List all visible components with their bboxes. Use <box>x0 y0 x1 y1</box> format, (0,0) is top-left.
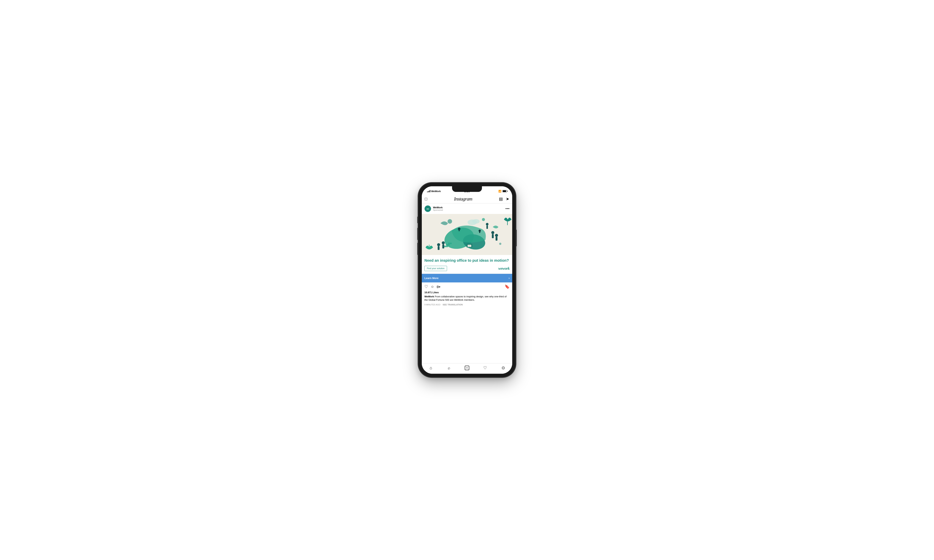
find-solution-button[interactable]: Find your solution <box>424 266 447 271</box>
svg-point-9 <box>491 231 494 234</box>
bookmark-icon[interactable]: 🔖 <box>504 284 510 289</box>
post-author: we WeWork Sponsored <box>424 205 443 212</box>
svg-point-15 <box>448 219 452 224</box>
mute-button <box>417 217 418 223</box>
svg-point-5 <box>437 243 440 246</box>
heart-icon[interactable]: ♡ <box>424 284 428 289</box>
power-button <box>516 229 517 246</box>
action-bar: ♡ ○ ⌲ 🔖 <box>422 282 512 290</box>
camera-icon[interactable]: □ <box>425 197 427 201</box>
volume-up-button <box>417 228 418 240</box>
notch <box>452 186 482 192</box>
svg-rect-23 <box>448 243 452 244</box>
phone-screen: WeWork 3:30 📶 □ Instagram ▤ ➤ <box>422 186 512 374</box>
nav-search[interactable]: ⌕ <box>440 363 458 372</box>
learn-more-label: Learn More <box>424 277 438 280</box>
wework-logo-text: wework <box>498 266 510 271</box>
author-info: WeWork Sponsored <box>433 206 443 211</box>
likes-count: 10.871 Likes <box>422 290 512 295</box>
svg-point-17 <box>499 243 501 245</box>
phone-mockup: WeWork 3:30 📶 □ Instagram ▤ ➤ <box>418 183 516 377</box>
caption-username: WeWork <box>424 295 434 298</box>
volume-down-button <box>417 243 418 255</box>
action-icons: ♡ ○ ⌲ 🔖 <box>424 284 510 289</box>
svg-rect-14 <box>429 245 430 249</box>
avatar: we <box>424 205 431 212</box>
nav-activity[interactable]: ♡ <box>476 363 494 372</box>
svg-point-16 <box>482 218 485 221</box>
post-caption: WeWork From collaborative spaces to insp… <box>422 295 512 303</box>
signal-bar-3 <box>429 191 430 192</box>
ad-text-area: Need an inspiring office to put ideas in… <box>422 255 512 274</box>
ad-bottom-row: Find your solution wework <box>424 266 510 271</box>
chevron-right-icon: › <box>509 277 510 280</box>
svg-point-28 <box>479 229 481 232</box>
carrier-label: WeWork <box>431 190 441 192</box>
svg-text:we: we <box>427 208 429 210</box>
status-right: 📶 <box>498 190 507 192</box>
comment-icon[interactable]: ○ <box>431 284 433 289</box>
sponsored-label: Sponsored <box>433 209 443 211</box>
svg-rect-21 <box>444 246 448 247</box>
svg-point-27 <box>472 219 480 224</box>
send-icon[interactable]: ➤ <box>506 197 509 201</box>
wifi-icon: 📶 <box>498 190 501 192</box>
svg-rect-22 <box>446 244 450 246</box>
caption-text: From collaborative spaces to inspiring d… <box>424 295 507 301</box>
bottom-nav: ⌂ ⌕ + ♡ ⊙ <box>422 363 512 374</box>
battery-fill <box>503 191 506 192</box>
svg-rect-6 <box>438 246 439 250</box>
post-meta: 9 MINUTES AGO SEE TRANSLATION <box>422 303 512 308</box>
svg-rect-8 <box>442 245 444 248</box>
status-left: WeWork <box>427 190 441 192</box>
ad-illustration <box>422 214 512 255</box>
action-icons-left: ♡ ○ ⌲ <box>424 284 441 289</box>
svg-point-7 <box>442 242 445 245</box>
heart-nav-icon: ♡ <box>483 366 487 370</box>
home-icon: ⌂ <box>430 366 432 370</box>
wework-avatar-svg: we <box>425 205 431 212</box>
search-icon: ⌕ <box>448 366 450 370</box>
share-icon[interactable]: ⌲ <box>436 284 441 289</box>
svg-rect-12 <box>496 237 498 241</box>
wework-post: we WeWork Sponsored ••• <box>422 203 512 308</box>
instagram-logo: Instagram <box>454 196 472 202</box>
signal-bar-4 <box>430 190 430 192</box>
battery-icon <box>502 190 507 192</box>
svg-rect-20 <box>486 226 488 229</box>
svg-rect-25 <box>467 245 471 247</box>
profile-icon: ⊙ <box>502 366 505 370</box>
signal-bar-1 <box>427 192 428 192</box>
svg-rect-13 <box>507 220 508 225</box>
signal-bars <box>427 190 430 192</box>
more-options-icon[interactable]: ••• <box>506 207 510 211</box>
instagram-header: □ Instagram ▤ ➤ <box>422 194 512 203</box>
signal-bar-2 <box>428 191 428 192</box>
time-ago: 9 MINUTES AGO <box>424 303 441 306</box>
learn-more-button[interactable]: Learn More › <box>422 274 512 282</box>
igtv-icon[interactable]: ▤ <box>499 197 503 201</box>
svg-point-19 <box>486 223 489 226</box>
post-header: we WeWork Sponsored ••• <box>422 203 512 214</box>
svg-rect-10 <box>492 234 494 238</box>
feed-content[interactable]: we WeWork Sponsored ••• <box>422 203 512 363</box>
plus-square-icon: + <box>465 366 469 370</box>
instagram-header-icons: ▤ ➤ <box>499 197 509 201</box>
author-name: WeWork <box>433 206 443 209</box>
nav-add[interactable]: + <box>458 363 476 372</box>
see-translation[interactable]: SEE TRANSLATION <box>443 303 463 306</box>
wework-illustration-svg <box>422 214 512 255</box>
ad-headline: Need an inspiring office to put ideas in… <box>424 258 510 263</box>
svg-point-11 <box>495 234 498 237</box>
svg-point-18 <box>458 228 461 230</box>
